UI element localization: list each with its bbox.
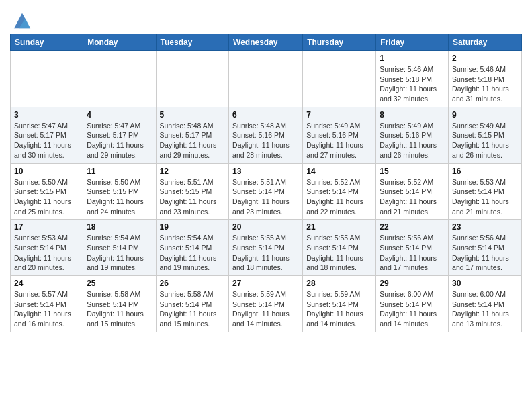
day-number: 19 (160, 222, 226, 232)
day-header-friday: Friday (376, 34, 449, 51)
day-cell: 8Sunrise: 5:49 AM Sunset: 5:16 PM Daylig… (376, 107, 449, 163)
day-number: 4 (87, 110, 152, 120)
calendar-table: SundayMondayTuesdayWednesdayThursdayFrid… (10, 34, 522, 332)
day-number: 1 (380, 54, 445, 63)
day-number: 18 (87, 222, 152, 232)
day-number: 26 (160, 279, 226, 288)
day-number: 29 (380, 279, 445, 288)
logo-icon (13, 11, 32, 30)
day-cell: 22Sunrise: 5:56 AM Sunset: 5:14 PM Dayli… (376, 220, 449, 276)
day-number: 11 (87, 167, 152, 176)
day-number: 9 (452, 110, 518, 120)
day-cell: 29Sunrise: 6:00 AM Sunset: 5:14 PM Dayli… (376, 276, 449, 332)
day-cell: 4Sunrise: 5:47 AM Sunset: 5:17 PM Daylig… (83, 107, 156, 163)
day-info: Sunrise: 5:53 AM Sunset: 5:14 PM Dayligh… (452, 177, 518, 217)
day-info: Sunrise: 6:00 AM Sunset: 5:14 PM Dayligh… (452, 289, 518, 329)
day-cell (156, 51, 229, 107)
day-cell: 6Sunrise: 5:48 AM Sunset: 5:16 PM Daylig… (229, 107, 303, 163)
day-info: Sunrise: 5:47 AM Sunset: 5:17 PM Dayligh… (14, 121, 79, 161)
day-cell: 5Sunrise: 5:48 AM Sunset: 5:17 PM Daylig… (156, 107, 229, 163)
day-cell: 3Sunrise: 5:47 AM Sunset: 5:17 PM Daylig… (11, 107, 83, 163)
day-number: 27 (232, 279, 299, 288)
calendar-header-row: SundayMondayTuesdayWednesdayThursdayFrid… (11, 34, 522, 51)
day-header-tuesday: Tuesday (156, 34, 229, 51)
day-number: 14 (306, 167, 372, 176)
day-cell: 7Sunrise: 5:49 AM Sunset: 5:16 PM Daylig… (303, 107, 376, 163)
day-header-wednesday: Wednesday (229, 34, 303, 51)
day-info: Sunrise: 5:49 AM Sunset: 5:15 PM Dayligh… (452, 121, 518, 161)
day-number: 25 (87, 279, 152, 288)
day-number: 30 (452, 279, 518, 288)
week-row-4: 17Sunrise: 5:53 AM Sunset: 5:14 PM Dayli… (11, 220, 522, 276)
day-cell: 16Sunrise: 5:53 AM Sunset: 5:14 PM Dayli… (449, 163, 522, 220)
day-cell: 18Sunrise: 5:54 AM Sunset: 5:14 PM Dayli… (83, 220, 156, 276)
week-row-5: 24Sunrise: 5:57 AM Sunset: 5:14 PM Dayli… (11, 276, 522, 332)
day-info: Sunrise: 5:47 AM Sunset: 5:17 PM Dayligh… (87, 121, 152, 161)
day-cell (229, 51, 303, 107)
day-number: 28 (306, 279, 372, 288)
day-cell: 17Sunrise: 5:53 AM Sunset: 5:14 PM Dayli… (11, 220, 83, 276)
day-info: Sunrise: 5:59 AM Sunset: 5:14 PM Dayligh… (306, 289, 372, 329)
day-cell (83, 51, 156, 107)
day-info: Sunrise: 5:58 AM Sunset: 5:14 PM Dayligh… (87, 289, 152, 329)
day-number: 2 (452, 54, 518, 63)
day-info: Sunrise: 5:56 AM Sunset: 5:14 PM Dayligh… (380, 233, 445, 273)
day-info: Sunrise: 5:54 AM Sunset: 5:14 PM Dayligh… (87, 233, 152, 273)
day-cell: 23Sunrise: 5:56 AM Sunset: 5:14 PM Dayli… (449, 220, 522, 276)
day-cell: 30Sunrise: 6:00 AM Sunset: 5:14 PM Dayli… (449, 276, 522, 332)
day-info: Sunrise: 5:49 AM Sunset: 5:16 PM Dayligh… (306, 121, 372, 161)
day-cell: 15Sunrise: 5:52 AM Sunset: 5:14 PM Dayli… (376, 163, 449, 220)
day-cell: 28Sunrise: 5:59 AM Sunset: 5:14 PM Dayli… (303, 276, 376, 332)
day-info: Sunrise: 5:52 AM Sunset: 5:14 PM Dayligh… (380, 177, 445, 217)
day-cell: 1Sunrise: 5:46 AM Sunset: 5:18 PM Daylig… (376, 51, 449, 107)
day-info: Sunrise: 5:51 AM Sunset: 5:14 PM Dayligh… (232, 177, 299, 217)
day-cell: 14Sunrise: 5:52 AM Sunset: 5:14 PM Dayli… (303, 163, 376, 220)
day-number: 12 (160, 167, 226, 176)
day-info: Sunrise: 5:58 AM Sunset: 5:14 PM Dayligh… (160, 289, 226, 329)
day-number: 15 (380, 167, 445, 176)
day-number: 23 (452, 222, 518, 232)
day-number: 17 (14, 222, 79, 232)
day-info: Sunrise: 5:46 AM Sunset: 5:18 PM Dayligh… (452, 64, 518, 104)
day-number: 3 (14, 110, 79, 120)
day-cell: 21Sunrise: 5:55 AM Sunset: 5:14 PM Dayli… (303, 220, 376, 276)
day-info: Sunrise: 5:49 AM Sunset: 5:16 PM Dayligh… (380, 121, 445, 161)
day-info: Sunrise: 5:55 AM Sunset: 5:14 PM Dayligh… (232, 233, 299, 273)
day-cell (11, 51, 83, 107)
day-info: Sunrise: 5:50 AM Sunset: 5:15 PM Dayligh… (14, 177, 79, 217)
day-cell: 19Sunrise: 5:54 AM Sunset: 5:14 PM Dayli… (156, 220, 229, 276)
day-info: Sunrise: 5:51 AM Sunset: 5:15 PM Dayligh… (160, 177, 226, 217)
day-header-sunday: Sunday (11, 34, 83, 51)
day-header-saturday: Saturday (449, 34, 522, 51)
day-info: Sunrise: 5:59 AM Sunset: 5:14 PM Dayligh… (232, 289, 299, 329)
day-number: 20 (232, 222, 299, 232)
day-cell: 12Sunrise: 5:51 AM Sunset: 5:15 PM Dayli… (156, 163, 229, 220)
day-number: 8 (380, 110, 445, 120)
day-cell: 24Sunrise: 5:57 AM Sunset: 5:14 PM Dayli… (11, 276, 83, 332)
day-info: Sunrise: 5:48 AM Sunset: 5:16 PM Dayligh… (232, 121, 299, 161)
day-cell: 2Sunrise: 5:46 AM Sunset: 5:18 PM Daylig… (449, 51, 522, 107)
day-info: Sunrise: 5:53 AM Sunset: 5:14 PM Dayligh… (14, 233, 79, 273)
day-info: Sunrise: 5:48 AM Sunset: 5:17 PM Dayligh… (160, 121, 226, 161)
day-number: 13 (232, 167, 299, 176)
day-info: Sunrise: 6:00 AM Sunset: 5:14 PM Dayligh… (380, 289, 445, 329)
day-number: 22 (380, 222, 445, 232)
day-number: 10 (14, 167, 79, 176)
day-info: Sunrise: 5:55 AM Sunset: 5:14 PM Dayligh… (306, 233, 372, 273)
week-row-1: 1Sunrise: 5:46 AM Sunset: 5:18 PM Daylig… (11, 51, 522, 107)
day-header-monday: Monday (83, 34, 156, 51)
day-info: Sunrise: 5:50 AM Sunset: 5:15 PM Dayligh… (87, 177, 152, 217)
day-number: 6 (232, 110, 299, 120)
day-cell (303, 51, 376, 107)
day-cell: 11Sunrise: 5:50 AM Sunset: 5:15 PM Dayli… (83, 163, 156, 220)
day-cell: 25Sunrise: 5:58 AM Sunset: 5:14 PM Dayli… (83, 276, 156, 332)
page-header (10, 7, 522, 30)
day-info: Sunrise: 5:54 AM Sunset: 5:14 PM Dayligh… (160, 233, 226, 273)
day-number: 7 (306, 110, 372, 120)
day-number: 24 (14, 279, 79, 288)
day-cell: 9Sunrise: 5:49 AM Sunset: 5:15 PM Daylig… (449, 107, 522, 163)
day-info: Sunrise: 5:46 AM Sunset: 5:18 PM Dayligh… (380, 64, 445, 104)
day-number: 16 (452, 167, 518, 176)
day-info: Sunrise: 5:57 AM Sunset: 5:14 PM Dayligh… (14, 289, 79, 329)
day-cell: 26Sunrise: 5:58 AM Sunset: 5:14 PM Dayli… (156, 276, 229, 332)
